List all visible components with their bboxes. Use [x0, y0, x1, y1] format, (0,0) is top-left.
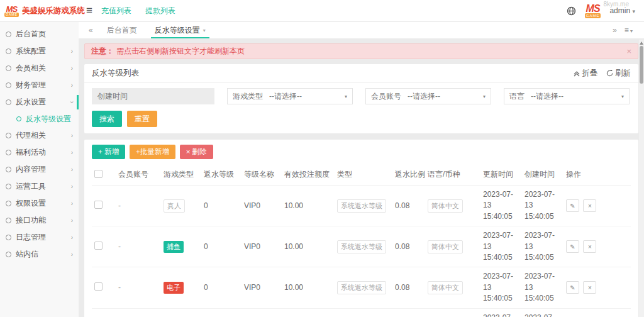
- cell-valid-bet: 10.00: [282, 226, 335, 267]
- table-row: - 彩票 0 VIP0 10.00 系统返水等级 0.08 简体中文 2023-…: [92, 308, 631, 317]
- page-scrollbar[interactable]: [639, 40, 644, 317]
- brand: MS GAME 美盛娱乐游戏系统: [0, 5, 79, 17]
- row-delete-button[interactable]: ×: [583, 199, 596, 212]
- menu-circle-icon: [16, 116, 21, 121]
- tab[interactable]: 反水等级设置 ▾: [146, 22, 214, 38]
- chevron-right-icon: ›: [71, 81, 73, 89]
- tabs-scroll-right-icon[interactable]: »: [613, 26, 617, 35]
- user-name: admin: [609, 6, 630, 15]
- cell-game-type: 捕鱼: [161, 226, 201, 267]
- filter-field[interactable]: 会员账号 --请选择-- ▾: [365, 88, 491, 104]
- refresh-button[interactable]: 刷新: [606, 68, 631, 79]
- row-delete-button[interactable]: ×: [583, 240, 596, 253]
- chevron-down-icon: ▾: [621, 94, 624, 99]
- tab-label: 后台首页: [107, 25, 137, 36]
- row-checkbox[interactable]: [94, 201, 103, 209]
- cell-operations: ✎ ×: [564, 186, 631, 226]
- sidebar-item[interactable]: 内容管理 ›: [0, 161, 79, 178]
- table-action-button[interactable]: +批量新增: [130, 145, 175, 159]
- reset-button[interactable]: 重置: [127, 111, 157, 127]
- table-action-button[interactable]: + 新增: [92, 145, 125, 159]
- sidebar-item[interactable]: 财务管理 ›: [0, 77, 79, 94]
- sidebar-subitem[interactable]: 反水等级设置: [0, 111, 79, 127]
- game-type-badge: 电子: [164, 282, 184, 294]
- filter-field[interactable]: 创建时间: [92, 88, 214, 104]
- cell-checkbox: [92, 308, 116, 317]
- column-header: 返水比例: [392, 165, 425, 186]
- column-header: 操作: [564, 165, 631, 186]
- column-header: 会员账号: [116, 165, 161, 186]
- tabs-menu-icon[interactable]: ≡ ▾: [625, 26, 633, 35]
- game-type-badge: 捕鱼: [164, 241, 184, 253]
- cell-level-name: VIP0: [242, 267, 282, 308]
- sidebar-item[interactable]: 系统配置 ›: [0, 43, 79, 60]
- cell-account: -: [116, 226, 161, 267]
- chevron-right-icon: ›: [69, 101, 75, 103]
- chevron-down-icon: ▾: [345, 94, 347, 99]
- filter-field-value: --请选择--: [531, 91, 615, 102]
- search-button[interactable]: 搜索: [92, 111, 122, 127]
- cell-operations: ✎ ×: [564, 226, 631, 267]
- globe-icon[interactable]: [567, 6, 576, 16]
- topnav-item[interactable]: 提款列表: [145, 6, 175, 15]
- row-delete-button[interactable]: ×: [583, 281, 596, 294]
- filter-field[interactable]: 游戏类型 --请选择-- ▾: [227, 88, 353, 104]
- table-row: - 真人 0 VIP0 10.00 系统返水等级 0.08 简体中文 2023-…: [92, 186, 631, 226]
- filter-panel-header: 反水等级列表 折叠 刷新: [84, 64, 638, 83]
- row-checkbox[interactable]: [94, 282, 103, 291]
- chevron-right-icon: ›: [71, 216, 73, 224]
- column-header: 类型: [335, 165, 392, 186]
- hamburger-icon[interactable]: ≡: [86, 4, 92, 17]
- chevron-down-icon: ▾: [632, 8, 635, 14]
- scrollbar-thumb[interactable]: [640, 46, 643, 84]
- collapse-button[interactable]: 折叠: [574, 68, 597, 79]
- cell-rebate-level: 0: [201, 308, 242, 317]
- scrollbar-up-icon[interactable]: [640, 42, 643, 45]
- cell-type: 系统返水等级: [335, 267, 392, 308]
- brand-logo-ms: MS: [6, 5, 18, 13]
- tabs: 后台首页 ▾ 反水等级设置 ▾: [98, 22, 214, 38]
- sidebar-item[interactable]: 后台首页: [0, 26, 79, 43]
- column-header: 返水等级: [201, 165, 242, 186]
- cell-game-type: 电子: [161, 267, 201, 308]
- chevron-right-icon: ›: [71, 199, 73, 207]
- cell-account: -: [116, 186, 161, 226]
- table-action-button[interactable]: × 删除: [180, 145, 213, 159]
- sidebar-item[interactable]: 站内信 ›: [0, 246, 79, 263]
- notice-close-icon[interactable]: ×: [626, 47, 631, 56]
- sidebar-item-label: 代理相关: [16, 130, 46, 141]
- sidebar-item-label: 运营工具: [16, 181, 46, 192]
- select-all-checkbox[interactable]: [94, 170, 103, 178]
- tabs-scroll-left-icon[interactable]: «: [89, 26, 93, 35]
- edit-button[interactable]: ✎: [566, 240, 579, 253]
- sidebar-item[interactable]: 反水设置 ›: [0, 94, 79, 111]
- brand-logo-icon: MS GAME: [4, 5, 19, 17]
- header-ms-logo-icon: MS GAME: [585, 4, 601, 18]
- edit-button[interactable]: ✎: [566, 199, 579, 212]
- chevron-right-icon: ›: [71, 233, 73, 241]
- sidebar-item[interactable]: 权限设置 ›: [0, 195, 79, 212]
- menu-circle-icon: [6, 184, 11, 189]
- sidebar-item[interactable]: 运营工具 ›: [0, 178, 79, 195]
- user-menu[interactable]: admin ▾: [609, 6, 635, 15]
- topnav-item[interactable]: 充值列表: [101, 6, 131, 15]
- filter-field[interactable]: 语言 --请选择-- ▾: [504, 88, 630, 104]
- tab[interactable]: 后台首页 ▾: [98, 22, 146, 38]
- cell-operations: ✎ ×: [564, 267, 631, 308]
- sidebar-item[interactable]: 接口功能 ›: [0, 212, 79, 229]
- sidebar-item[interactable]: 会员相关 ›: [0, 60, 79, 77]
- sidebar-item[interactable]: 福利活动 ›: [0, 144, 79, 161]
- table-row: - 电子 0 VIP0 10.00 系统返水等级 0.08 简体中文 2023-…: [92, 267, 631, 308]
- chevron-right-icon: ›: [71, 47, 73, 55]
- cell-operations: ✎ ×: [564, 308, 631, 317]
- cell-created-time: 2023-07-13 15:40:05: [522, 267, 564, 308]
- edit-button[interactable]: ✎: [566, 281, 579, 294]
- sidebar-item[interactable]: 日志管理 ›: [0, 229, 79, 246]
- cell-type: 系统返水等级: [335, 226, 392, 267]
- top-nav: 充值列表提款列表: [101, 6, 189, 16]
- sidebar-item-label: 内容管理: [16, 164, 46, 175]
- menu-circle-icon: [6, 218, 11, 223]
- sidebar-item[interactable]: 代理相关 ›: [0, 127, 79, 144]
- type-badge: 系统返水等级: [337, 240, 386, 253]
- row-checkbox[interactable]: [94, 242, 103, 250]
